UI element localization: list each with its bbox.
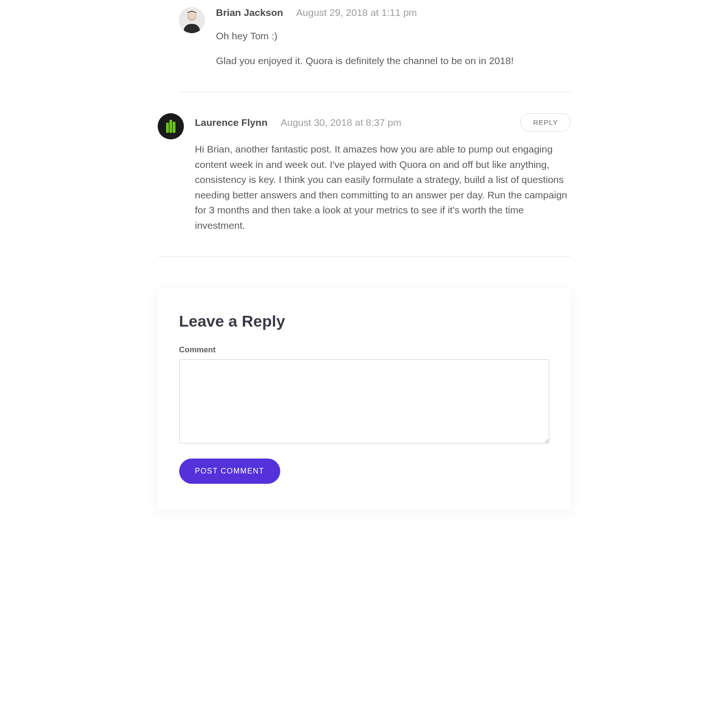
comment: Laurence Flynn August 30, 2018 at 8:37 p… [158, 113, 571, 257]
svg-point-2 [188, 11, 196, 19]
reply-button[interactable]: REPLY [520, 113, 570, 131]
svg-rect-5 [169, 120, 172, 133]
reply-form: Leave a Reply Comment POST COMMENT [158, 289, 571, 510]
comment-date[interactable]: August 29, 2018 at 1:11 pm [296, 7, 417, 18]
comment-text: Oh hey Tom :) Glad you enjoyed it. Quora… [216, 29, 571, 68]
avatar [158, 113, 184, 139]
comment-label: Comment [179, 345, 549, 355]
comment-textarea[interactable] [179, 359, 549, 444]
avatar [179, 7, 205, 33]
comment-author: Laurence Flynn [195, 117, 268, 128]
svg-rect-4 [166, 123, 169, 133]
comment-author: Brian Jackson [216, 7, 284, 18]
comment: Brian Jackson August 29, 2018 at 1:11 pm… [179, 7, 571, 92]
svg-rect-6 [173, 122, 175, 133]
comment-text: Hi Brian, another fantastic post. It ama… [195, 142, 571, 233]
reply-form-title: Leave a Reply [179, 312, 549, 330]
comment-date[interactable]: August 30, 2018 at 8:37 pm [281, 117, 401, 128]
post-comment-button[interactable]: POST COMMENT [179, 459, 280, 484]
